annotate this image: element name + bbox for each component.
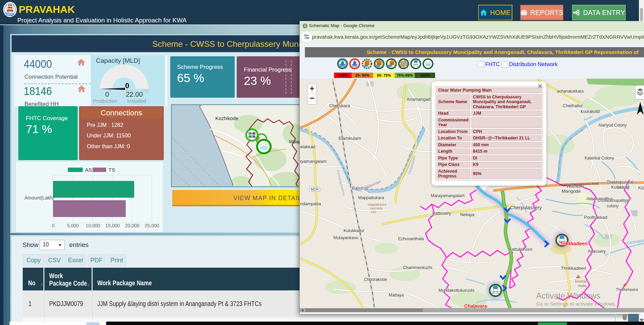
svg-text:TS: TS xyxy=(109,167,115,173)
svg-text:15,000: 15,000 xyxy=(105,223,120,228)
svg-text:0: 0 xyxy=(52,223,55,228)
svg-text:20,000: 20,000 xyxy=(125,223,140,228)
svg-text:10,000: 10,000 xyxy=(86,223,100,228)
svg-text:AS: AS xyxy=(85,167,92,173)
svg-text:5,000: 5,000 xyxy=(67,223,79,228)
svg-text:22.00: 22.00 xyxy=(126,91,143,98)
svg-text:Kozhikode: Kozhikode xyxy=(215,116,238,121)
svg-text:Amount(Lakh): Amount(Lakh) xyxy=(24,195,54,200)
svg-text:100: 100 xyxy=(142,89,149,93)
svg-text:Installed: Installed xyxy=(127,98,146,104)
svg-text:25,000: 25,000 xyxy=(145,223,159,228)
svg-text:Production: Production xyxy=(93,98,117,104)
svg-text:0: 0 xyxy=(109,89,111,93)
svg-text:0: 0 xyxy=(105,91,109,98)
